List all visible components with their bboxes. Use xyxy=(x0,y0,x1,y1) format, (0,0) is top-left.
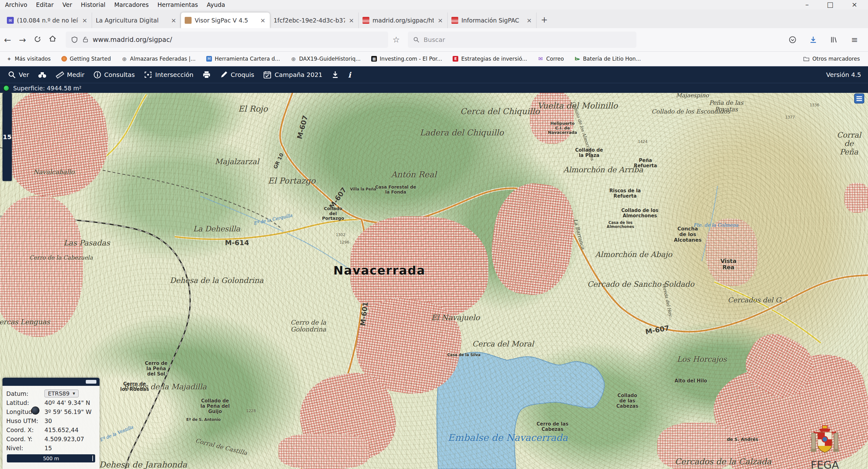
menu-item-archivo[interactable]: Archivo xyxy=(5,1,27,8)
menu-item-ver[interactable]: Ver xyxy=(62,1,72,8)
menu-item-marcadores[interactable]: Marcadores xyxy=(114,1,149,8)
datum-select[interactable]: ETRS89 ▼ xyxy=(44,390,79,397)
bookmark-item[interactable]: ⊕DAX19-GuideHistoriq... xyxy=(291,56,361,62)
home-button[interactable] xyxy=(45,35,60,45)
scale-bar: 500 m xyxy=(7,454,95,462)
map-label: 1377 xyxy=(785,115,795,120)
shield-icon[interactable] xyxy=(71,36,78,43)
map-label: Ladera del Chiquillo xyxy=(420,128,504,137)
intersection-button[interactable]: Intersección xyxy=(140,67,197,83)
version-label: Versión 4.5 xyxy=(826,71,861,78)
layers-button[interactable] xyxy=(854,94,864,103)
back-button[interactable]: ← xyxy=(0,35,15,45)
tab-close-button[interactable]: × xyxy=(259,16,266,24)
surface-label: Superficie: 4944.58 m² xyxy=(13,85,82,92)
bookmark-item[interactable]: Getting Started xyxy=(61,56,111,62)
tab-close-button[interactable]: × xyxy=(437,16,443,24)
browser-tab[interactable]: Información SigPAC× xyxy=(447,12,536,28)
tab-close-button[interactable]: × xyxy=(170,16,177,24)
other-bookmarks-button[interactable]: Otros marcadores xyxy=(803,56,860,62)
browser-tab[interactable]: Visor SigPac V 4.5× xyxy=(181,12,270,28)
maximize-button[interactable]: □ xyxy=(827,0,834,9)
search-bar[interactable]: Buscar xyxy=(408,32,637,48)
download-button[interactable] xyxy=(328,67,343,83)
lock-icon[interactable] xyxy=(82,36,89,43)
map-label: Majaespino xyxy=(676,93,709,99)
map-label: Casa de la Silva xyxy=(447,353,480,357)
tab-title: 1fcf2ebc-19e2-4d3c-b373-c3ea3cf... xyxy=(274,17,345,24)
bookmark-item[interactable]: EEstrategias de inversió... xyxy=(453,56,527,62)
sigpac-toolbar: Ver Medir Consultas Intersección Croquis… xyxy=(0,66,868,83)
search-icon xyxy=(413,36,420,43)
hamburger-menu-icon[interactable]: ≡ xyxy=(850,35,859,44)
locate-button[interactable] xyxy=(34,67,50,83)
campaign-button[interactable]: Campaña 2021 xyxy=(259,67,326,83)
bookmark-item[interactable]: b▸Batería de Litio Hon... xyxy=(575,56,641,62)
pocket-icon[interactable] xyxy=(788,35,797,44)
browser-window: ArchivoEditarVerHistorialMarcadoresHerra… xyxy=(0,0,868,469)
map-label: Cercados del G... xyxy=(728,296,787,304)
urban-navacerrada-bottom xyxy=(279,434,369,469)
map-label: Casa de los Almorchones xyxy=(607,221,634,229)
reload-button[interactable] xyxy=(30,35,45,45)
bookmark-label: Investing.com - El Por... xyxy=(380,56,442,62)
bookmark-label: Más visitados xyxy=(15,56,51,62)
download-icon xyxy=(331,71,339,79)
menu-item-ayuda[interactable]: Ayuda xyxy=(207,1,225,8)
map-label: 1302 xyxy=(336,233,346,237)
map-label: Peña Refuerta xyxy=(634,158,657,169)
globe-icon[interactable] xyxy=(31,406,39,414)
url-bar[interactable]: www.madrid.org/sigpac/ xyxy=(66,32,388,48)
bookmark-item[interactable]: ✉Correo xyxy=(538,56,564,62)
new-tab-button[interactable]: + xyxy=(541,15,548,24)
other-bookmarks-label: Otros marcadores xyxy=(812,56,860,62)
forward-button[interactable]: → xyxy=(15,35,30,45)
bookmark-item[interactable]: ✦Más visitados xyxy=(6,56,51,62)
search-placeholder: Buscar xyxy=(424,36,445,43)
lake-embalse xyxy=(437,353,604,469)
close-button[interactable]: × xyxy=(852,0,857,9)
map-viewport[interactable]: El RojoMajalzarzalEl PortazgoAntón RealC… xyxy=(0,93,868,469)
menu-item-historial[interactable]: Historial xyxy=(81,1,105,8)
map-label: Peña de las Poyatas xyxy=(709,99,743,113)
zoom-slider[interactable]: 15 xyxy=(2,93,12,181)
home-icon xyxy=(49,35,57,43)
browser-tab[interactable]: 1fcf2ebc-19e2-4d3c-b373-c3ea3cf...× xyxy=(270,12,359,28)
menu-item-editar[interactable]: Editar xyxy=(36,1,54,8)
minimize-button[interactable]: – xyxy=(805,0,809,9)
queries-button[interactable]: Consultas xyxy=(90,67,138,83)
browser-tab[interactable]: madrid.org/sigpac/html/desca...× xyxy=(359,12,447,28)
map-label: 1296 xyxy=(340,240,349,244)
tab-close-button[interactable]: × xyxy=(82,16,88,24)
browser-tab[interactable]: ✉(10.084 n.º de no leídos) - raul...× xyxy=(3,12,92,28)
mail-purple-icon: ✉ xyxy=(538,56,544,62)
downloads-icon[interactable] xyxy=(808,35,818,44)
info-button[interactable]: i xyxy=(345,67,354,83)
map-label: Embalse de Navacerrada xyxy=(447,432,567,443)
bookmark-star-icon[interactable]: ☆ xyxy=(393,35,400,44)
browser-tab[interactable]: La Agricultura Digital× xyxy=(92,12,181,28)
sketch-button[interactable]: Croquis xyxy=(216,67,258,83)
bookmark-item[interactable]: ⊕Almazaras Federadas |... xyxy=(121,56,196,62)
menu-items: ArchivoEditarVerHistorialMarcadoresHerra… xyxy=(5,1,225,8)
measure-button[interactable]: Medir xyxy=(52,67,88,83)
coord-row: Longitud:3º 59' 56.19" W xyxy=(6,407,96,416)
map-label: Los Horcajos xyxy=(677,355,726,364)
coordinates-panel-header[interactable] xyxy=(2,378,99,386)
map-label: Antón Real xyxy=(391,170,436,179)
ruler-icon xyxy=(55,71,64,79)
coord-label: Nivel: xyxy=(6,445,44,451)
url-text[interactable]: www.madrid.org/sigpac/ xyxy=(93,36,172,43)
view-button[interactable]: Ver xyxy=(4,67,33,83)
menu-item-herramientas[interactable]: Herramientas xyxy=(157,1,198,8)
bookmarks-bar: ✦Más visitadosGetting Started⊕Almazaras … xyxy=(0,52,868,66)
print-button[interactable] xyxy=(199,67,214,83)
tab-close-button[interactable]: × xyxy=(526,16,532,24)
bookmark-item[interactable]: ▦Investing.com - El Por... xyxy=(371,56,442,62)
library-icon[interactable] xyxy=(829,35,839,44)
coord-row: Nivel:15 xyxy=(6,443,96,453)
bookmark-item[interactable]: MHerramienta Cartera d... xyxy=(206,56,280,62)
tab-close-button[interactable]: × xyxy=(348,16,355,24)
coord-row: Coord. X:415.652,44 xyxy=(6,425,96,434)
panel-minimize-button[interactable] xyxy=(86,380,96,383)
